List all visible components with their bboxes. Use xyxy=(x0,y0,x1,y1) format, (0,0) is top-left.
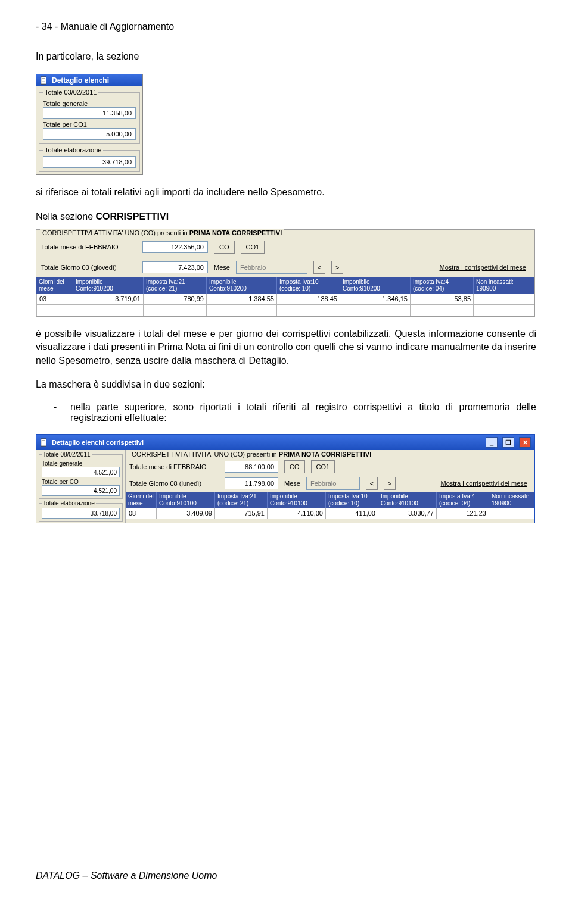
left-totale-elaborazione-legend: Totale elaborazione xyxy=(42,500,96,507)
right-legend-a: CORRISPETTIVI ATTIVITA' UNO (CO) present… xyxy=(132,451,279,458)
totale-mese-input[interactable] xyxy=(142,241,208,253)
grid-cell: 715,91 xyxy=(215,508,268,519)
grid-cell: 3.030,77 xyxy=(378,508,437,519)
paragraph-5: La maschera è suddivisa in due sezioni: xyxy=(36,378,536,391)
bullet-dash: - xyxy=(54,402,70,423)
grid-cell: 780,99 xyxy=(144,294,207,305)
left-totale-data-fieldset: Totale 08/02/2011 Totale generale Totale… xyxy=(39,451,123,499)
grid-cell: 121,23 xyxy=(437,508,489,519)
right-grid-header: Giorni del mese Imponibile Conto:910100 … xyxy=(126,492,534,508)
grid-header-cell: Imposta Iva:21 (codice: 21) xyxy=(215,492,268,508)
left-totale-generale-input[interactable] xyxy=(42,467,120,477)
bullet-1: - nella parte superiore, sono riportati … xyxy=(54,402,536,423)
grid-header-cell: Imponibile Conto:910200 xyxy=(73,277,144,294)
paragraph-2: si riferisce ai totali relativi agli imp… xyxy=(36,186,536,199)
grid-cell: 53,85 xyxy=(411,294,474,305)
page-header: - 34 - Manuale di Aggiornamento xyxy=(36,21,536,32)
window-title-bar: Dettaglio elenchi corrispettivi _ ☐ ✕ xyxy=(36,435,534,450)
grid-cell: 4.110,00 xyxy=(268,508,326,519)
prev-month-button[interactable]: < xyxy=(313,261,325,274)
close-button[interactable]: ✕ xyxy=(519,437,531,448)
right-totale-giorno-input[interactable] xyxy=(225,477,278,489)
totale-generale-input[interactable] xyxy=(43,107,136,119)
window-right-panel: CORRISPETTIVI ATTIVITA' UNO (CO) present… xyxy=(126,450,534,523)
window-left-panel: Totale 08/02/2011 Totale generale Totale… xyxy=(36,450,126,523)
window-title: Dettaglio elenchi corrispettivi xyxy=(52,439,144,446)
right-totale-mese-input[interactable] xyxy=(225,461,278,473)
right-co-button[interactable]: CO xyxy=(284,460,305,473)
right-prev-button[interactable]: < xyxy=(366,477,378,490)
right-mese-label: Mese xyxy=(284,480,300,487)
section-heading-bold: CORRISPETTIVI xyxy=(96,211,169,221)
grid-cell: 3.719,01 xyxy=(73,294,144,305)
grid-header-cell: Imposta Iva:4 (codice: 04) xyxy=(411,277,474,294)
dettaglio-title: Dettaglio elenchi xyxy=(52,76,109,85)
co1-button[interactable]: CO1 xyxy=(241,241,265,254)
section-heading: Nella sezione CORRISPETTIVI xyxy=(36,211,536,222)
right-mese-select[interactable] xyxy=(306,477,360,490)
totale-co1-input[interactable] xyxy=(43,128,136,140)
grid-row-empty xyxy=(36,305,534,316)
grid-cell: 138,45 xyxy=(277,294,340,305)
bullet-1-text: nella parte superiore, sono riportati i … xyxy=(70,402,536,423)
right-totale-mese-label: Totale mese di FEBBRAIO xyxy=(129,463,219,470)
grid-cell: 08 xyxy=(126,508,157,519)
dettaglio-elenchi-box: Dettaglio elenchi Totale 03/02/2011 Tota… xyxy=(36,74,143,175)
left-totale-elaborazione-input[interactable] xyxy=(42,508,120,519)
grid-header-cell: Imposta Iva:10 (codice: 10) xyxy=(277,277,340,294)
totale-generale-label: Totale generale xyxy=(43,100,136,107)
corrispettivi-panel: CORRISPETTIVI ATTIVITA' UNO (CO) present… xyxy=(36,229,535,317)
mostra-link[interactable]: Mostra i corrispettivi del mese xyxy=(440,264,530,271)
totale-data-fieldset: Totale 03/02/2011 Totale generale Totale… xyxy=(39,89,140,144)
grid-cell xyxy=(489,508,534,519)
grid-cell: 3.409,09 xyxy=(157,508,215,519)
svg-rect-6 xyxy=(42,442,45,442)
left-totale-generale-label: Totale generale xyxy=(42,460,120,467)
grid-header-cell: Imposta Iva:21 (codice: 21) xyxy=(144,277,207,294)
right-legend-b: PRIMA NOTA CORRISPETTIVI xyxy=(279,451,371,458)
grid-header-cell: Imponibile Conto:910100 xyxy=(157,492,215,508)
totale-elaborazione-input[interactable] xyxy=(43,156,136,168)
right-totale-giorno-label: Totale Giorno 08 (lunedì) xyxy=(129,480,219,487)
grid-cell xyxy=(474,294,534,305)
left-totale-co-label: Totale per CO xyxy=(42,479,120,485)
co-button[interactable]: CO xyxy=(214,241,235,254)
section-heading-pre: Nella sezione xyxy=(36,211,96,221)
grid-header-cell: Non incassati: 190900 xyxy=(489,492,534,508)
mese-select[interactable] xyxy=(236,261,307,274)
svg-rect-3 xyxy=(42,82,45,82)
dettaglio-corrispettivi-window: Dettaglio elenchi corrispettivi _ ☐ ✕ To… xyxy=(36,434,535,523)
grid-header-cell: Imposta Iva:4 (codice: 04) xyxy=(437,492,489,508)
minimize-button[interactable]: _ xyxy=(486,437,498,448)
right-mostra-link[interactable]: Mostra i corrispettivi del mese xyxy=(441,480,531,487)
totale-co1-label: Totale per CO1 xyxy=(43,121,136,128)
document-icon xyxy=(40,76,48,85)
totale-data-legend: Totale 03/02/2011 xyxy=(43,89,98,96)
totale-giorno-label: Totale Giorno 03 (giovedì) xyxy=(41,264,136,271)
svg-rect-2 xyxy=(42,80,45,81)
totale-elaborazione-legend: Totale elaborazione xyxy=(43,146,103,154)
grid-row[interactable]: 03 3.719,01 780,99 1.384,55 138,45 1.346… xyxy=(36,294,534,305)
left-totale-elaborazione-fieldset: Totale elaborazione xyxy=(39,500,123,522)
right-legend: CORRISPETTIVI ATTIVITA' UNO (CO) present… xyxy=(129,451,374,458)
totale-giorno-input[interactable] xyxy=(142,261,208,273)
grid-header-cell: Non incassati: 190900 xyxy=(474,277,534,294)
svg-rect-5 xyxy=(42,441,45,441)
grid-cell: 03 xyxy=(36,294,73,305)
left-totale-co-input[interactable] xyxy=(42,485,120,496)
grid-cell: 1.346,15 xyxy=(340,294,411,305)
grid-header: Giorni del mese Imponibile Conto:910200 … xyxy=(36,277,534,294)
grid-header-cell: Imponibile Conto:910200 xyxy=(207,277,277,294)
grid-header-cell: Giorni del mese xyxy=(126,492,157,508)
corrispettivi-legend-b: PRIMA NOTA CORRISPETTIVI xyxy=(189,229,282,236)
totale-mese-label: Totale mese di FEBBRAIO xyxy=(41,244,136,251)
maximize-button[interactable]: ☐ xyxy=(502,437,514,448)
grid-header-cell: Imponibile Conto:910100 xyxy=(378,492,437,508)
svg-rect-1 xyxy=(42,79,45,79)
right-co1-button[interactable]: CO1 xyxy=(311,460,335,473)
right-grid-row[interactable]: 08 3.409,09 715,91 4.110,00 411,00 3.030… xyxy=(126,508,534,519)
next-month-button[interactable]: > xyxy=(331,261,343,274)
right-next-button[interactable]: > xyxy=(384,477,396,490)
totale-elaborazione-fieldset: Totale elaborazione xyxy=(39,146,140,172)
document-icon xyxy=(40,438,48,447)
